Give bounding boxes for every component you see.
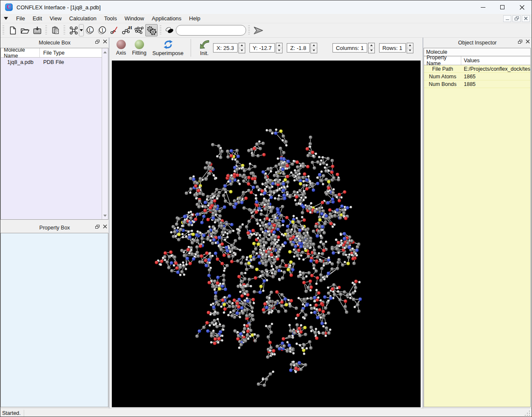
spin-up-icon[interactable] — [407, 43, 413, 48]
property-box-header: Property Box — [0, 224, 109, 232]
column-header-file-type[interactable]: File Type — [40, 50, 108, 56]
rows-spinbox: Rows: 1 — [379, 43, 413, 53]
close-button[interactable] — [512, 0, 532, 14]
menu-window[interactable]: Window — [121, 14, 148, 23]
z-value[interactable]: Z: -1.8 — [287, 43, 310, 52]
menu-calculation[interactable]: Calculation — [65, 14, 100, 23]
mdi-minimize-button[interactable] — [503, 15, 511, 22]
minimize-icon — [481, 7, 485, 8]
mdi-close-icon — [524, 17, 528, 20]
spin-down-icon[interactable] — [407, 48, 413, 53]
spin-up-icon[interactable] — [239, 43, 245, 48]
axis-label: Axis — [116, 50, 126, 56]
save-file-button[interactable] — [31, 24, 43, 36]
toolbar-drag-handle[interactable] — [248, 25, 250, 36]
object-inspector-float-button[interactable] — [518, 40, 522, 44]
column-header-values[interactable]: Values — [461, 58, 530, 64]
molecule-box-float-button[interactable] — [95, 40, 100, 44]
label-element-button[interactable]: L — [84, 24, 96, 36]
peptide-builder-button[interactable] — [163, 24, 176, 36]
init-arrow-icon — [198, 39, 210, 50]
main-toolbar: L 1 H — [0, 23, 532, 38]
table-row[interactable]: Num Bonds 1885 — [424, 80, 530, 88]
axis-button[interactable]: Axis — [113, 39, 129, 56]
menu-edit[interactable]: Edit — [29, 14, 46, 23]
paste-icon — [50, 25, 61, 36]
property-box-content — [0, 233, 108, 407]
menu-file[interactable]: File — [12, 14, 29, 23]
table-row[interactable]: 1jq8_a.pdb PDB File — [1, 58, 108, 67]
maximize-icon — [500, 5, 504, 9]
object-inspector-content: Molecule Property Name Values File Path … — [424, 48, 531, 407]
menu-view[interactable]: View — [46, 14, 65, 23]
run-plane-icon — [253, 25, 264, 36]
label-number-icon: 1 — [97, 25, 108, 36]
column-header-molecule-name[interactable]: Molecule Name — [1, 48, 40, 57]
spin-up-icon[interactable] — [369, 43, 374, 48]
add-hydrogen-icon: H — [122, 25, 133, 36]
command-input[interactable] — [176, 25, 246, 36]
spin-down-icon[interactable] — [311, 48, 317, 53]
y-value[interactable]: Y: -12.7 — [249, 43, 275, 52]
save-icon — [32, 25, 42, 36]
menu-help[interactable]: Help — [185, 14, 204, 23]
mdi-window-controls — [503, 15, 530, 22]
toolbar-drag-handle[interactable] — [64, 25, 65, 36]
table-row[interactable]: File Path E:/Projects/conflex_dock/tes..… — [424, 65, 530, 73]
measure-button[interactable] — [108, 24, 121, 36]
scroll-up-icon[interactable] — [102, 49, 108, 55]
menu-applications[interactable]: Applications — [148, 14, 185, 23]
resize-grip[interactable] — [529, 415, 530, 416]
paste-button[interactable] — [49, 24, 61, 36]
scroll-down-icon[interactable] — [102, 213, 108, 218]
spin-down-icon[interactable] — [369, 48, 374, 53]
toolbar-drag-handle[interactable] — [3, 25, 4, 36]
settings-button[interactable] — [145, 24, 158, 36]
x-spin-buttons — [238, 43, 245, 53]
spin-down-icon[interactable] — [239, 48, 245, 53]
rows-value[interactable]: Rows: 1 — [379, 43, 406, 52]
molecule-table-header: Molecule Name File Type — [1, 48, 108, 58]
mdi-restore-button[interactable] — [513, 15, 521, 22]
spin-up-icon[interactable] — [276, 43, 282, 48]
bond-edit-button[interactable] — [133, 24, 145, 36]
molecule-name-cell: 1jq8_a.pdb — [1, 59, 40, 65]
new-file-icon — [8, 25, 18, 36]
table-row[interactable]: Num Atoms 1865 — [424, 73, 530, 80]
label-number-button[interactable]: 1 — [96, 24, 108, 36]
spin-down-icon[interactable] — [276, 48, 282, 53]
molecule-box-close-button[interactable] — [103, 39, 107, 44]
status-bar: Started. — [0, 408, 532, 417]
inspector-table-header: Property Name Values — [424, 56, 530, 65]
file-type-cell: PDB File — [40, 59, 108, 65]
z-spin-buttons — [310, 43, 317, 53]
spin-up-icon[interactable] — [311, 43, 317, 48]
display-style-button[interactable] — [67, 24, 80, 36]
columns-value[interactable]: Columns: 1 — [332, 43, 367, 52]
x-value[interactable]: X: 25.3 — [213, 43, 237, 52]
init-button[interactable]: Init. — [195, 39, 213, 57]
display-style-dropdown-button[interactable] — [79, 24, 84, 36]
open-file-button[interactable] — [19, 24, 31, 36]
minimize-button[interactable] — [473, 0, 493, 14]
fitting-button[interactable]: Fitting — [129, 39, 150, 56]
measure-pen-icon — [110, 25, 120, 36]
superimpose-button[interactable]: Superimpose — [150, 39, 187, 57]
add-hydrogen-button[interactable]: H — [121, 24, 133, 36]
mdi-system-menu-icon[interactable] — [4, 17, 8, 20]
toolbar-drag-handle[interactable] — [45, 25, 47, 36]
property-box-float-button[interactable] — [95, 225, 100, 229]
run-button[interactable] — [252, 24, 264, 36]
maximize-button[interactable] — [493, 0, 512, 14]
right-dock-area: Object Inspector Molecule Property Name … — [423, 38, 532, 408]
new-file-button[interactable] — [6, 24, 19, 36]
property-name-cell: Num Atoms — [424, 74, 461, 80]
toolbar-drag-handle[interactable] — [160, 25, 161, 36]
column-header-property-name[interactable]: Property Name — [424, 56, 461, 65]
mdi-close-button[interactable] — [522, 15, 530, 22]
molecule-table-scrollbar[interactable] — [102, 48, 108, 219]
menu-tools[interactable]: Tools — [100, 14, 121, 23]
object-inspector-close-button[interactable] — [526, 39, 530, 44]
property-box-close-button[interactable] — [103, 224, 107, 229]
molecule-viewport[interactable] — [112, 61, 421, 407]
